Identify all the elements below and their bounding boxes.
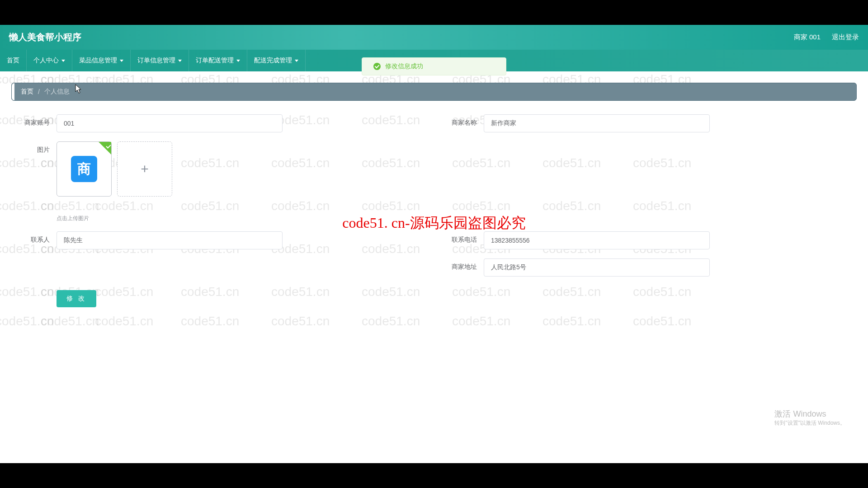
chevron-down-icon: [61, 60, 65, 62]
toast-message: 修改信息成功: [385, 62, 423, 70]
nav-label: 配送完成管理: [254, 56, 292, 65]
nav-label: 首页: [7, 56, 19, 65]
plus-icon: +: [141, 161, 149, 177]
nav-order-info-manage[interactable]: 订单信息管理: [131, 50, 189, 71]
address-input[interactable]: [484, 258, 710, 277]
nav-delivery-done-manage[interactable]: 配送完成管理: [247, 50, 306, 71]
breadcrumb-current: 个人信息: [44, 88, 70, 96]
breadcrumb-home[interactable]: 首页: [21, 88, 33, 96]
nav-label: 订单配送管理: [196, 56, 234, 65]
nav-label: 个人中心: [33, 56, 59, 65]
uploaded-image-card[interactable]: 商: [57, 141, 112, 197]
logout-link[interactable]: 退出登录: [832, 33, 859, 42]
image-label: 图片: [16, 141, 57, 154]
account-input[interactable]: [57, 114, 283, 132]
contact-input[interactable]: [57, 231, 283, 249]
address-label: 商家地址: [443, 258, 484, 271]
merchant-icon: 商: [71, 156, 97, 182]
chevron-down-icon: [295, 60, 298, 62]
chevron-down-icon: [236, 60, 240, 62]
submit-button[interactable]: 修 改: [57, 290, 96, 307]
nav-label: 菜品信息管理: [79, 56, 117, 65]
wa-line2: 转到"设置"以激活 Windows。: [774, 419, 845, 427]
center-watermark: code51. cn-源码乐园盗图必究: [342, 213, 525, 233]
nav-personal-center[interactable]: 个人中心: [27, 50, 72, 71]
success-corner-icon: [99, 142, 111, 155]
nav-dish-manage[interactable]: 菜品信息管理: [72, 50, 131, 71]
phone-input[interactable]: [484, 231, 710, 249]
add-image-button[interactable]: +: [117, 141, 172, 197]
app-title: 懒人美食帮小程序: [9, 31, 81, 43]
breadcrumb: 首页 / 个人信息: [11, 83, 857, 101]
wa-line1: 激活 Windows: [774, 408, 845, 419]
name-label: 商家名称: [443, 114, 484, 127]
chevron-down-icon: [120, 60, 123, 62]
name-input[interactable]: [484, 114, 710, 132]
chevron-down-icon: [178, 60, 182, 62]
account-label: 商家账号: [16, 114, 57, 127]
phone-label: 联系电话: [443, 231, 484, 244]
form-area: 商家账号 商家名称 图片 商: [11, 101, 857, 321]
nav-label: 订单信息管理: [137, 56, 175, 65]
user-label[interactable]: 商家 001: [794, 33, 821, 42]
nav-order-delivery-manage[interactable]: 订单配送管理: [189, 50, 247, 71]
breadcrumb-sep: /: [38, 88, 40, 95]
windows-activation-notice: 激活 Windows 转到"设置"以激活 Windows。: [774, 408, 845, 427]
success-check-icon: [373, 63, 381, 70]
header-bar: 懒人美食帮小程序 商家 001 退出登录: [0, 25, 868, 50]
nav-home[interactable]: 首页: [0, 50, 27, 71]
success-toast: 修改信息成功: [362, 57, 506, 75]
contact-label: 联系人: [16, 231, 57, 244]
